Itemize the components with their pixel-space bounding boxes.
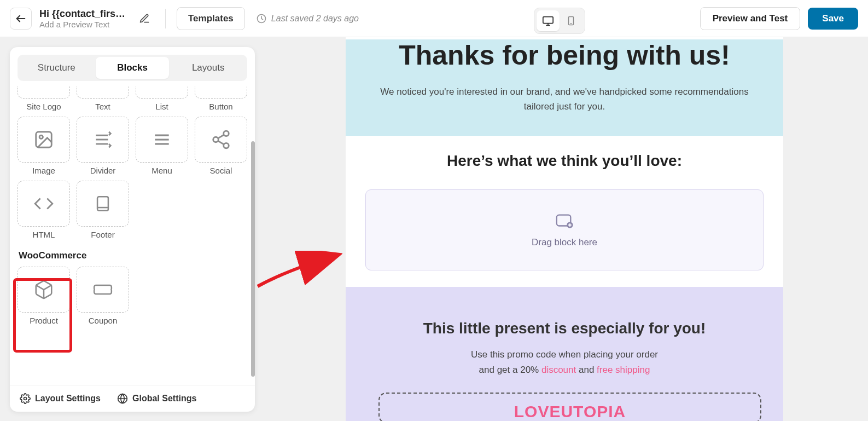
block-menu[interactable] — [136, 117, 188, 163]
svg-rect-20 — [97, 197, 108, 211]
block-social[interactable] — [195, 117, 247, 163]
block-html[interactable] — [18, 181, 70, 227]
block-label: Site Logo — [26, 102, 61, 111]
header-actions: Preview and Test Save — [700, 7, 858, 30]
recommendations-heading-section[interactable]: Here’s what we think you’ll love: — [346, 136, 783, 175]
present-text: Use this promo code when placing your or… — [378, 347, 750, 377]
block-coupon[interactable] — [77, 267, 129, 313]
history-icon — [256, 13, 267, 24]
templates-button[interactable]: Templates — [177, 7, 245, 30]
image-icon — [33, 129, 54, 150]
block-label: Product — [30, 316, 58, 325]
block-label: Image — [32, 166, 55, 175]
hero-title: Thanks for being with us! — [368, 39, 761, 71]
present-line1: Use this promo code when placing your or… — [471, 349, 658, 360]
present-and: and — [576, 365, 597, 375]
panel-footer: Layout Settings Global Settings — [10, 385, 255, 412]
svg-point-16 — [213, 137, 219, 142]
block-footer[interactable] — [77, 181, 129, 227]
svg-point-23 — [24, 397, 27, 400]
block-row: Site Logo Text List Button — [18, 86, 247, 111]
layout-settings-link[interactable]: Layout Settings — [20, 393, 101, 404]
block-row: HTML Footer — [18, 181, 247, 239]
arrow-left-icon — [15, 13, 27, 25]
email-canvas[interactable]: Thanks for being with us! We noticed you… — [346, 37, 783, 421]
app-header: Hi {{contact_first_n… Add a Preview Text… — [0, 0, 868, 37]
svg-point-15 — [224, 131, 229, 136]
promo-code-box[interactable]: LOVEUTOPIA — [378, 393, 761, 421]
blocks-panel: Structure Blocks Layouts Site Logo Text … — [10, 47, 255, 412]
woocommerce-section-title: WooCommerce — [19, 250, 247, 261]
dropzone-label: Drag block here — [532, 237, 597, 248]
block-list[interactable] — [136, 86, 188, 99]
preview-text-placeholder[interactable]: Add a Preview Text — [39, 20, 127, 29]
back-button[interactable] — [10, 8, 32, 30]
block-row: Image Divider Menu Social — [18, 117, 247, 175]
tab-layouts[interactable]: Layouts — [171, 57, 245, 79]
desktop-view-button[interactable] — [537, 10, 560, 31]
global-settings-label: Global Settings — [132, 394, 196, 403]
share-icon — [211, 129, 231, 150]
last-saved-indicator: Last saved 2 days ago — [256, 13, 359, 24]
svg-point-17 — [224, 143, 229, 148]
present-freeship: free shipping — [597, 365, 650, 375]
block-label: Divider — [90, 166, 116, 175]
code-icon — [33, 193, 54, 214]
promo-section[interactable]: This little present is especially for yo… — [346, 287, 783, 421]
globe-icon — [117, 393, 128, 404]
mobile-icon — [566, 15, 576, 27]
dropzone-icon — [554, 212, 575, 230]
last-saved-text: Last saved 2 days ago — [271, 14, 359, 24]
block-label: Footer — [91, 230, 114, 239]
divider — [165, 9, 166, 28]
promo-code: LOVEUTOPIA — [380, 402, 760, 421]
title-group: Hi {{contact_first_n… Add a Preview Text — [39, 8, 127, 29]
email-subject[interactable]: Hi {{contact_first_n… — [39, 8, 127, 20]
svg-line-18 — [218, 135, 224, 138]
block-button[interactable] — [195, 86, 247, 99]
annotation-arrow — [255, 251, 342, 289]
preview-and-test-button[interactable]: Preview and Test — [700, 7, 801, 30]
tab-structure[interactable]: Structure — [20, 57, 94, 79]
tab-blocks[interactable]: Blocks — [96, 57, 170, 79]
footer-icon — [94, 193, 112, 214]
block-label: Button — [209, 102, 232, 111]
block-image[interactable] — [18, 117, 70, 163]
svg-line-19 — [218, 141, 224, 144]
block-label: HTML — [33, 230, 55, 239]
global-settings-link[interactable]: Global Settings — [117, 393, 196, 404]
panel-tabs: Structure Blocks Layouts — [18, 55, 247, 81]
mobile-view-button[interactable] — [560, 10, 582, 31]
present-title: This little present is especially for yo… — [378, 320, 750, 337]
box-icon — [33, 279, 54, 300]
recommendations-title: Here’s what we think you’ll love: — [365, 152, 764, 170]
menu-icon — [152, 129, 172, 150]
gear-icon — [20, 393, 31, 404]
block-row: Product Coupon — [18, 267, 247, 325]
blocks-scroll-area[interactable]: Site Logo Text List Button Image Divider — [10, 81, 255, 385]
svg-rect-2 — [543, 17, 553, 24]
block-label: List — [155, 102, 168, 111]
block-text[interactable] — [77, 86, 129, 99]
pencil-icon — [139, 13, 150, 24]
block-product[interactable] — [18, 267, 70, 313]
block-label: Text — [95, 102, 110, 111]
device-toggle — [534, 8, 585, 34]
present-line2-prefix: and get a 20% — [479, 365, 541, 375]
present-discount: discount — [541, 365, 576, 375]
svg-point-8 — [39, 135, 43, 139]
edit-subject-button[interactable] — [135, 9, 154, 28]
block-dropzone[interactable]: Drag block here — [365, 189, 764, 270]
layout-settings-label: Layout Settings — [35, 394, 101, 403]
block-label: Coupon — [89, 316, 118, 325]
ticket-icon — [92, 279, 114, 300]
save-button[interactable]: Save — [808, 8, 858, 30]
block-label: Menu — [152, 166, 172, 175]
block-divider[interactable] — [77, 117, 129, 163]
block-label: Social — [210, 166, 232, 175]
block-site-logo[interactable] — [18, 86, 70, 99]
hero-section[interactable]: Thanks for being with us! We noticed you… — [346, 39, 783, 136]
hero-text: We noticed you're interested in our bran… — [368, 84, 761, 114]
desktop-icon — [542, 15, 554, 27]
divider-icon — [92, 129, 113, 150]
